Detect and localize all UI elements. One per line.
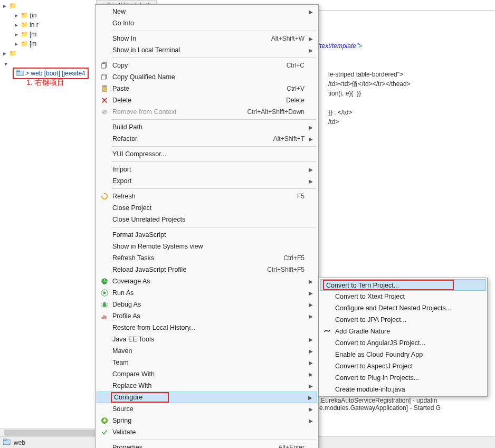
menu-export[interactable]: Export▶ xyxy=(97,175,317,187)
submenu-convert-angular[interactable]: Convert to AngularJS Project... xyxy=(320,337,486,349)
menu-remove-context: ⊘Remove from ContextCtrl+Alt+Shift+Down xyxy=(97,106,317,118)
tree-item[interactable]: ▸📁 xyxy=(0,49,95,58)
selected-project[interactable]: > web [boot] [jeesite4 xyxy=(13,68,89,79)
configure-submenu: Convert to Tern Project... Convert to Xt… xyxy=(319,278,488,397)
menu-compare-with[interactable]: Compare With▶ xyxy=(97,368,317,380)
tree-item[interactable]: ▸📁[m xyxy=(0,30,95,39)
menu-new[interactable]: New▶ xyxy=(97,6,317,17)
debug-icon xyxy=(99,300,110,309)
submenu-convert-plugin[interactable]: Convert to Plug-in Projects... xyxy=(320,372,486,384)
submenu-convert-xtext[interactable]: Convert to Xtext Project xyxy=(320,291,486,302)
remove-context-icon: ⊘ xyxy=(99,107,110,117)
menu-run-as[interactable]: Run As▶ xyxy=(97,287,317,299)
menu-validate[interactable]: Validate xyxy=(97,426,317,438)
project-label: > web [boot] [jeesite4 xyxy=(25,70,85,77)
menu-close-project[interactable]: Close Project xyxy=(97,202,317,214)
menu-replace-with[interactable]: Replace With▶ xyxy=(97,380,317,392)
project-icon xyxy=(16,69,24,78)
menu-show-remote[interactable]: Show in Remote Systems view xyxy=(97,241,317,252)
submenu-configure-nested[interactable]: Configure and Detect Nested Projects... xyxy=(320,302,486,314)
coverage-icon xyxy=(99,277,110,286)
menu-spring[interactable]: Spring▶ xyxy=(97,415,317,426)
menu-reload-js[interactable]: Reload JavaScript ProfileCtrl+Shift+F5 xyxy=(97,264,317,275)
context-menu: New▶ Go Into Show InAlt+Shift+W▶ Show in… xyxy=(95,4,319,448)
menu-delete[interactable]: DeleteDelete xyxy=(97,94,317,106)
menu-format-js[interactable]: Format JavaScript xyxy=(97,229,317,241)
submenu-convert-tern[interactable]: Convert to Tern Project... xyxy=(320,279,486,291)
tree-item[interactable]: ▸📁[m xyxy=(0,39,95,49)
menu-coverage-as[interactable]: Coverage As▶ xyxy=(97,275,317,287)
menu-profile-as[interactable]: Profile As▶ xyxy=(97,310,317,322)
code-token: /td><td>值</td></tr></thead> xyxy=(328,80,411,88)
menu-refresh-tasks[interactable]: Refresh TasksCtrl+F5 xyxy=(97,252,317,264)
menu-paste[interactable]: PasteCtrl+V xyxy=(97,83,317,94)
submenu-convert-aspectj[interactable]: Convert to AspectJ Project xyxy=(320,360,486,372)
menu-go-into[interactable]: Go Into xyxy=(97,17,317,29)
menu-configure[interactable]: Configure▶ xyxy=(97,392,317,403)
submenu-create-module[interactable]: Create module-info.java xyxy=(320,384,486,395)
menu-restore-history[interactable]: Restore from Local History... xyxy=(97,322,317,333)
code-token: > xyxy=(358,42,362,50)
menu-close-unrelated[interactable]: Close Unrelated Projects xyxy=(97,214,317,225)
svg-rect-7 xyxy=(103,85,106,87)
editor-highlight-line xyxy=(415,176,495,187)
paste-icon xyxy=(99,84,110,93)
menu-refresh[interactable]: RefreshF5 xyxy=(97,190,317,202)
menu-refactor[interactable]: RefactorAlt+Shift+T▶ xyxy=(97,133,317,145)
menu-show-local-terminal[interactable]: Show in Local Terminal▶ xyxy=(97,44,317,56)
code-token: le-striped table-bordered"> xyxy=(328,71,403,78)
profile-icon xyxy=(99,311,110,321)
annotation-1: 1. 右键项目 xyxy=(26,78,64,88)
svg-rect-14 xyxy=(4,439,6,440)
menu-show-in[interactable]: Show InAlt+Shift+W▶ xyxy=(97,33,317,44)
menu-import[interactable]: Import▶ xyxy=(97,164,317,175)
menu-team[interactable]: Team▶ xyxy=(97,357,317,368)
svg-rect-3 xyxy=(102,64,106,69)
project-icon xyxy=(3,439,12,447)
svg-point-11 xyxy=(103,302,106,304)
tree-item[interactable]: ▸📁 xyxy=(0,1,95,11)
project-explorer[interactable]: ▸📁 ▸📁(in ▸📁in r ▸📁[m ▸📁[m ▸📁 ▾ > web [bo… xyxy=(0,0,95,79)
refresh-icon xyxy=(99,192,110,201)
code-token: tion(i, e){ }} xyxy=(328,90,361,97)
menu-copy-qualified[interactable]: Copy Qualified Name xyxy=(97,71,317,83)
menu-copy[interactable]: CopyCtrl+C xyxy=(97,60,317,71)
menu-yui-compressor[interactable]: YUI Compressor... xyxy=(97,148,317,160)
code-token: /td> xyxy=(328,118,339,126)
copy-qualified-icon xyxy=(99,72,110,82)
svg-rect-5 xyxy=(102,75,106,80)
gradle-icon xyxy=(323,327,332,336)
tree-item[interactable]: ▸📁in r xyxy=(0,20,95,30)
delete-icon xyxy=(99,96,110,105)
copy-icon xyxy=(99,61,110,70)
svg-rect-1 xyxy=(17,70,20,72)
submenu-add-gradle[interactable]: Add Gradle Nature xyxy=(320,326,486,337)
menu-build-path[interactable]: Build Path▶ xyxy=(97,121,317,133)
menu-javaee-tools[interactable]: Java EE Tools▶ xyxy=(97,333,317,345)
menu-properties[interactable]: PropertiesAlt+Enter xyxy=(97,442,317,448)
console-output: .EurekaAutoServiceRegistration] - updati… xyxy=(319,397,441,412)
code-token: "text/template" xyxy=(318,42,358,50)
menu-maven[interactable]: Maven▶ xyxy=(97,345,317,357)
menu-source[interactable]: Source▶ xyxy=(97,403,317,415)
validate-icon xyxy=(99,427,110,437)
spring-icon xyxy=(99,416,110,425)
run-icon xyxy=(99,288,110,298)
code-token: }} : </td> xyxy=(328,109,352,116)
status-project-name: web xyxy=(14,439,25,446)
menu-debug-as[interactable]: Debug As▶ xyxy=(97,299,317,310)
submenu-enable-cloud[interactable]: Enable as Cloud Foundry App xyxy=(320,349,486,360)
submenu-convert-jpa[interactable]: Convert to JPA Project... xyxy=(320,314,486,326)
tree-item[interactable]: ▸📁(in xyxy=(0,11,95,20)
